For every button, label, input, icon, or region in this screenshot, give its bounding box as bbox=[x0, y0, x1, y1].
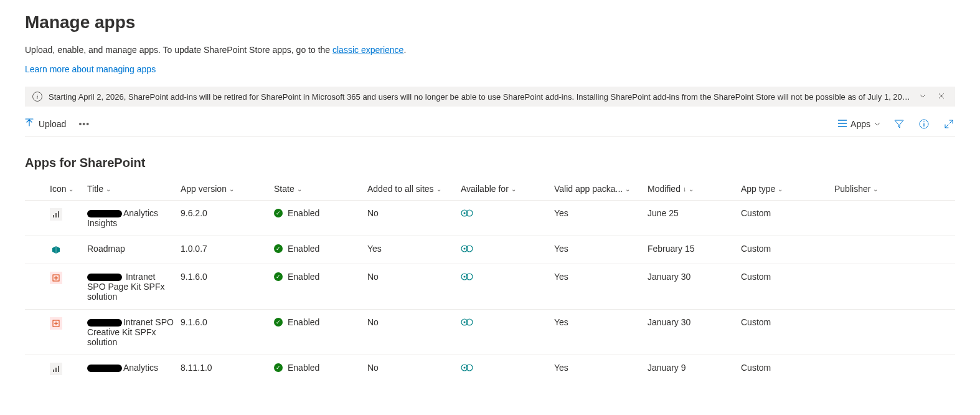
col-available[interactable]: Available for⌄ bbox=[461, 184, 554, 194]
sort-down-icon: ↓ bbox=[683, 185, 687, 193]
view-switcher[interactable]: Apps bbox=[838, 119, 880, 129]
retirement-banner: i Starting April 2, 2026, SharePoint add… bbox=[25, 87, 955, 107]
cell-added: Yes bbox=[367, 244, 461, 254]
cell-state: ✓Enabled bbox=[274, 317, 367, 327]
details-button[interactable] bbox=[918, 118, 930, 130]
col-title-label: Title bbox=[87, 184, 103, 194]
cell-added: No bbox=[367, 208, 461, 218]
table-row[interactable]: Analytics Insights9.6.2.0✓EnabledNoYesJu… bbox=[25, 200, 955, 236]
col-icon-label: Icon bbox=[50, 184, 66, 194]
cell-added: No bbox=[367, 317, 461, 327]
cell-modified: February 15 bbox=[648, 244, 741, 254]
info-icon: i bbox=[32, 92, 42, 102]
chevron-down-icon: ⌄ bbox=[511, 186, 516, 193]
banner-message: Starting April 2, 2026, SharePoint add-i… bbox=[49, 92, 910, 102]
cell-version: 9.6.2.0 bbox=[181, 208, 274, 218]
grid-header: Icon⌄ Title⌄ App version⌄ State⌄ Added t… bbox=[25, 178, 955, 200]
filter-button[interactable] bbox=[893, 118, 905, 130]
cell-modified: June 25 bbox=[648, 208, 741, 218]
available-for-icon bbox=[461, 244, 554, 254]
chevron-down-icon: ⌄ bbox=[229, 186, 234, 193]
svg-point-7 bbox=[464, 212, 466, 214]
classic-experience-link[interactable]: classic experience bbox=[332, 45, 403, 55]
cell-icon bbox=[50, 208, 87, 221]
check-ok-icon: ✓ bbox=[274, 244, 283, 253]
app-icon bbox=[50, 317, 62, 330]
table-row[interactable]: Intranet SPO Creative Kit SPFx solution9… bbox=[25, 309, 955, 355]
cell-apptype: Custom bbox=[741, 244, 834, 254]
col-valid[interactable]: Valid app packa...⌄ bbox=[554, 184, 648, 194]
table-row[interactable]: Roadmap1.0.0.7✓EnabledYesYesFebruary 15C… bbox=[25, 236, 955, 264]
cell-valid: Yes bbox=[554, 363, 648, 373]
state-text: Enabled bbox=[288, 363, 319, 373]
chevron-down-icon: ⌄ bbox=[778, 186, 783, 193]
chevron-down-icon: ⌄ bbox=[436, 186, 441, 193]
cell-available bbox=[461, 272, 554, 282]
banner-text: Starting April 2, 2026, SharePoint add-i… bbox=[49, 92, 910, 102]
cell-icon bbox=[50, 272, 87, 284]
cell-valid: Yes bbox=[554, 208, 648, 218]
cell-title[interactable]: Analytics Insights bbox=[87, 208, 181, 228]
cell-state: ✓Enabled bbox=[274, 244, 367, 254]
svg-point-1 bbox=[923, 122, 925, 123]
chevron-down-icon: ⌄ bbox=[297, 186, 302, 193]
cell-available bbox=[461, 363, 554, 373]
svg-rect-2 bbox=[53, 215, 54, 217]
upload-button[interactable]: Upload bbox=[25, 118, 66, 130]
chevron-down-icon: ⌄ bbox=[625, 186, 630, 193]
app-icon bbox=[50, 208, 62, 221]
state-text: Enabled bbox=[288, 244, 319, 254]
expand-button[interactable] bbox=[943, 118, 955, 130]
col-publisher[interactable]: Publisher⌄ bbox=[834, 184, 928, 194]
check-ok-icon: ✓ bbox=[274, 318, 283, 327]
chevron-down-icon: ⌄ bbox=[689, 186, 694, 193]
col-added[interactable]: Added to all sites⌄ bbox=[367, 184, 461, 194]
cell-title[interactable]: Roadmap bbox=[87, 244, 181, 254]
col-version[interactable]: App version⌄ bbox=[181, 184, 274, 194]
chevron-down-icon: ⌄ bbox=[873, 186, 878, 193]
cell-added: No bbox=[367, 363, 461, 373]
cell-apptype: Custom bbox=[741, 363, 834, 373]
col-apptype[interactable]: App type⌄ bbox=[741, 184, 834, 194]
apps-grid: Icon⌄ Title⌄ App version⌄ State⌄ Added t… bbox=[25, 178, 955, 383]
table-row[interactable]: Intranet SPO Page Kit SPFx solution9.1.6… bbox=[25, 264, 955, 309]
app-icon bbox=[50, 244, 62, 256]
available-for-icon bbox=[461, 317, 554, 327]
more-actions-button[interactable]: ••• bbox=[78, 119, 90, 129]
banner-expand-chevron-icon[interactable] bbox=[916, 92, 929, 102]
intro-prefix: Upload, enable, and manage apps. To upda… bbox=[25, 45, 332, 55]
col-icon[interactable]: Icon⌄ bbox=[50, 184, 87, 194]
col-modified[interactable]: Modified↓⌄ bbox=[648, 184, 741, 194]
upload-icon bbox=[25, 118, 34, 130]
cell-available bbox=[461, 244, 554, 254]
col-apptype-label: App type bbox=[741, 184, 775, 194]
col-modified-label: Modified bbox=[648, 184, 681, 194]
svg-rect-19 bbox=[53, 370, 54, 372]
col-title[interactable]: Title⌄ bbox=[87, 184, 181, 194]
app-icon bbox=[50, 363, 62, 375]
table-row[interactable]: Analytics8.11.1.0✓EnabledNoYesJanuary 9C… bbox=[25, 355, 955, 383]
list-icon bbox=[838, 119, 847, 129]
cell-title[interactable]: Intranet SPO Creative Kit SPFx solution bbox=[87, 317, 181, 347]
cell-title[interactable]: Analytics bbox=[87, 363, 181, 373]
cell-version: 8.11.1.0 bbox=[181, 363, 274, 373]
learn-more-link[interactable]: Learn more about managing apps bbox=[25, 64, 156, 74]
cell-version: 9.1.6.0 bbox=[181, 317, 274, 327]
banner-close-icon[interactable] bbox=[935, 92, 948, 102]
col-state[interactable]: State⌄ bbox=[274, 184, 367, 194]
available-for-icon bbox=[461, 208, 554, 218]
app-icon bbox=[50, 272, 62, 284]
col-available-label: Available for bbox=[461, 184, 509, 194]
col-valid-label: Valid app packa... bbox=[554, 184, 623, 194]
title-text: Analytics bbox=[123, 363, 158, 373]
view-label: Apps bbox=[850, 119, 870, 129]
intro-text: Upload, enable, and manage apps. To upda… bbox=[25, 45, 955, 55]
svg-rect-4 bbox=[58, 211, 59, 217]
cell-state: ✓Enabled bbox=[274, 272, 367, 282]
cell-title[interactable]: Intranet SPO Page Kit SPFx solution bbox=[87, 272, 181, 302]
col-state-label: State bbox=[274, 184, 294, 194]
upload-label: Upload bbox=[39, 119, 66, 129]
col-added-label: Added to all sites bbox=[367, 184, 434, 194]
cell-modified: January 9 bbox=[648, 363, 741, 373]
cell-available bbox=[461, 208, 554, 218]
